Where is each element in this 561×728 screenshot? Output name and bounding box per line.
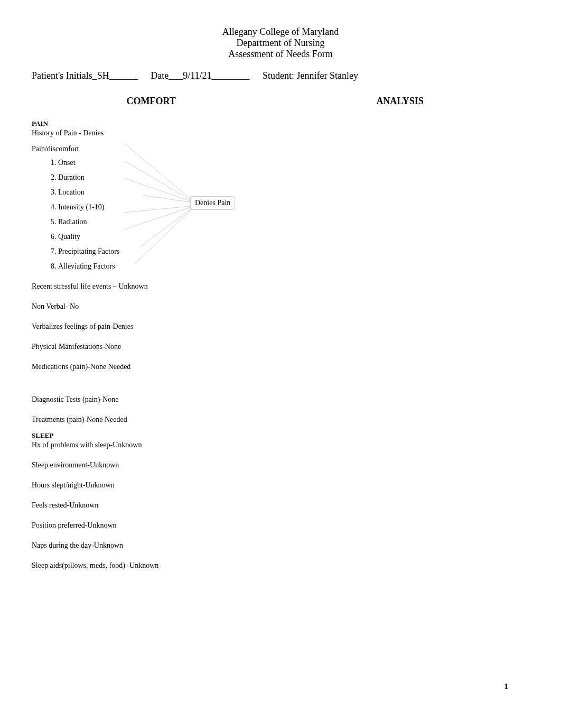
comfort-header: COMFORT [32,89,270,118]
sleep-aids: Sleep aids(pillows, meds, food) -Unknown [32,561,270,570]
page: Allegany College of Maryland Department … [32,26,529,702]
denies-pain-callout: Denies Pain [190,196,235,210]
sleep-environment: Sleep environment-Unknown [32,461,270,469]
analysis-header: ANALYSIS [270,89,529,118]
patient-initials-group: Patient's Initials_SH______ [32,70,138,81]
student-group: Student: Jennifer Stanley [263,70,358,81]
diagnostic-tests: Diagnostic Tests (pain)-None [32,395,270,404]
pain-discomfort-label: Pain/discomfort [32,145,270,153]
pain-item-location: Location [58,185,270,200]
analysis-column: ANALYSIS [270,89,529,571]
pain-section-title: PAIN [32,119,270,128]
pain-item-alleviating: Alleviating Factors [58,259,270,274]
page-number: 1 [504,682,509,691]
student-value: Jennifer Stanley [297,70,358,81]
header-line-3: Assessment of Needs Form [32,49,529,60]
date-group: Date___9/11/21________ [151,70,249,81]
pain-item-precipitating: Precipitating Factors [58,244,270,259]
treatments: Treatments (pain)-None Needed [32,416,270,424]
initials-label: Patient's Initials_ [32,70,97,81]
comfort-column: COMFORT PAIN History of Pain - Denies Pa… [32,89,270,571]
patient-info-row: Patient's Initials_SH______ Date___9/11/… [32,70,529,81]
verbalizes: Verbalizes feelings of pain-Denies [32,322,270,331]
sleep-section-title: SLEEP [32,431,270,440]
pain-item-quality: Quality [58,229,270,244]
medications: Medications (pain)-None Needed [32,363,270,371]
pain-item-onset: Onset [58,155,270,170]
date-label: Date___ [151,70,183,81]
position-preferred: Position preferred-Unknown [32,521,270,530]
callout-text: Denies Pain [195,199,230,207]
date-value: 9/11/21________ [183,70,249,81]
hx-sleep: Hx of problems with sleep-Unknown [32,441,270,449]
nonverbal: Non Verbal- No [32,302,270,311]
recent-stress: Recent stressful life events – Unknown [32,282,270,291]
naps: Naps during the day-Unknown [32,541,270,550]
pain-items-list: Onset Duration Location Intensity (1-10)… [32,155,270,274]
feels-rested: Feels rested-Unknown [32,501,270,510]
columns-container: COMFORT PAIN History of Pain - Denies Pa… [32,89,529,571]
history-pain: History of Pain - Denies [32,129,270,137]
pain-item-duration: Duration [58,170,270,185]
pain-item-radiation: Radiation [58,215,270,229]
document-header: Allegany College of Maryland Department … [32,26,529,60]
header-line-1: Allegany College of Maryland [32,26,529,38]
hours-slept: Hours slept/night-Unknown [32,481,270,490]
physical-manifestations: Physical Manifestations-None [32,343,270,351]
header-line-2: Department of Nursing [32,38,529,49]
initials-value: SH______ [97,70,138,81]
student-label: Student: [263,70,297,81]
pain-item-intensity: Intensity (1-10) [58,200,270,215]
